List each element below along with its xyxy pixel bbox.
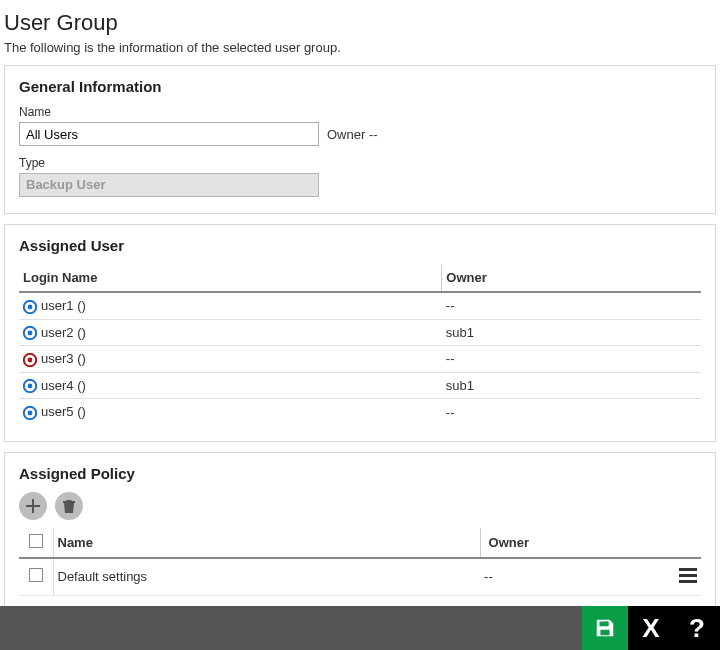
type-readonly: Backup User [19,173,319,197]
user-icon [23,379,37,393]
user-login: user1 () [41,298,86,313]
svg-point-9 [28,410,33,415]
user-login: user3 () [41,351,86,366]
user-login: user2 () [41,325,86,340]
close-icon: X [642,615,659,641]
user-login: user4 () [41,378,86,393]
table-row[interactable]: user2 ()sub1 [19,319,701,346]
user-icon [23,406,37,420]
name-label: Name [19,105,701,119]
general-info-title: General Information [19,78,701,95]
assigned-user-table: Login Name Owner user1 ()--user2 ()sub1u… [19,264,701,425]
plus-icon [26,499,40,513]
svg-point-7 [28,384,33,389]
select-all-checkbox[interactable] [29,534,43,548]
user-owner: sub1 [442,319,701,346]
assigned-policy-panel: Assigned Policy Name Owner [4,452,716,613]
owner-label: Owner -- [327,127,378,142]
save-icon [594,617,616,639]
add-policy-button[interactable] [19,492,47,520]
footer-bar: X ? [0,606,720,650]
user-login: user5 () [41,404,86,419]
name-input[interactable] [19,122,319,146]
row-checkbox[interactable] [29,568,43,582]
table-row[interactable]: Default settings-- [19,558,701,596]
trash-icon [62,499,76,513]
table-row[interactable]: user3 ()-- [19,346,701,373]
policy-name: Default settings [53,558,480,596]
assigned-policy-table: Name Owner Default settings-- [19,528,701,596]
user-owner: -- [442,346,701,373]
col-policy-owner[interactable]: Owner [480,528,671,558]
user-icon [23,326,37,340]
page-title: User Group [4,10,716,36]
user-owner: sub1 [442,372,701,399]
save-button[interactable] [582,606,628,650]
help-button[interactable]: ? [674,606,720,650]
col-login-name[interactable]: Login Name [19,264,442,292]
help-icon: ? [689,615,705,641]
table-row[interactable]: user1 ()-- [19,292,701,319]
row-menu-icon[interactable] [679,565,697,586]
delete-policy-button[interactable] [55,492,83,520]
assigned-user-title: Assigned User [19,237,701,254]
user-owner: -- [442,399,701,425]
col-checkbox [19,528,53,558]
col-owner[interactable]: Owner [442,264,701,292]
table-row[interactable]: user5 ()-- [19,399,701,425]
svg-point-3 [28,331,33,336]
svg-point-5 [28,357,33,362]
table-row[interactable]: user4 ()sub1 [19,372,701,399]
user-owner: -- [442,292,701,319]
page-subtitle: The following is the information of the … [4,40,716,55]
user-icon [23,300,37,314]
type-label: Type [19,156,701,170]
col-policy-name[interactable]: Name [53,528,480,558]
user-icon [23,353,37,367]
policy-owner: -- [480,558,671,596]
assigned-user-panel: Assigned User Login Name Owner user1 ()-… [4,224,716,442]
svg-rect-10 [605,622,608,626]
close-button[interactable]: X [628,606,674,650]
general-info-panel: General Information Name Owner -- Type B… [4,65,716,214]
assigned-policy-title: Assigned Policy [19,465,701,482]
svg-point-1 [28,304,33,309]
